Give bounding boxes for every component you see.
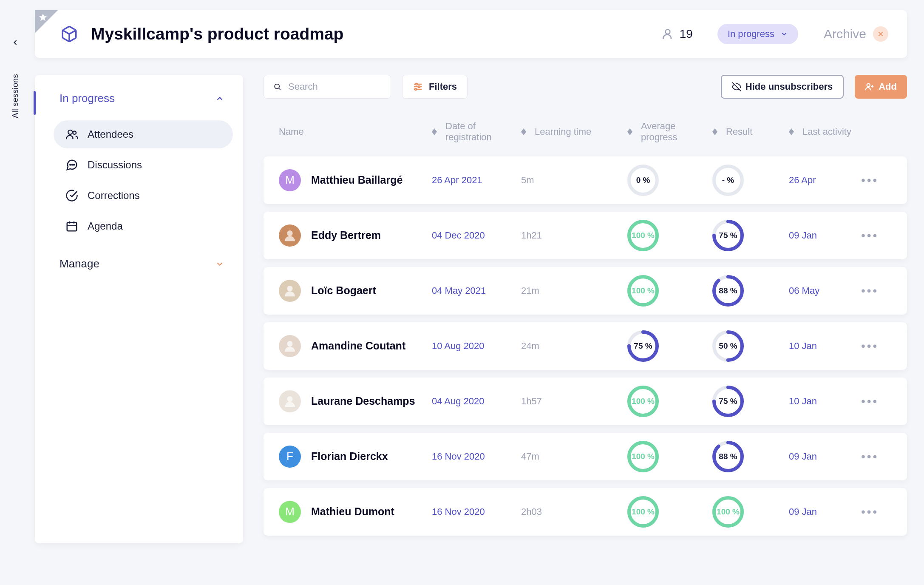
sidebar-item-label: Discussions (88, 159, 142, 171)
row-date: 16 Nov 2020 (432, 451, 521, 462)
chevron-down-icon (780, 30, 788, 38)
progress-ring: 75 % (712, 220, 744, 251)
chevron-left-icon (11, 38, 20, 47)
svg-marker-25 (432, 132, 437, 135)
progress-ring: 75 % (712, 386, 744, 417)
col-result[interactable]: Result (712, 126, 789, 137)
svg-marker-29 (627, 132, 632, 135)
sidebar-item-label: Attendees (88, 128, 133, 140)
sidebar-section-inprogress[interactable]: In progress (45, 87, 233, 110)
status-label: In progress (728, 28, 774, 40)
sort-icon (789, 128, 794, 135)
archive-label: Archive (824, 27, 866, 41)
progress-ring: 88 % (712, 275, 744, 307)
table-row[interactable]: Amandine Coutant 10 Aug 2020 24m 75 % 50… (264, 322, 907, 370)
table-row[interactable]: MMatthieu Baillargé 26 Apr 2021 5m 0 % -… (264, 156, 907, 204)
user-plus-icon (865, 82, 874, 91)
row-date: 16 Nov 2020 (432, 506, 521, 517)
svg-point-53 (287, 396, 292, 402)
svg-line-13 (279, 88, 280, 90)
sidebar-section-manage[interactable]: Manage (45, 252, 233, 275)
row-date: 04 Dec 2020 (432, 230, 521, 241)
row-time: 1h57 (521, 396, 627, 407)
avatar: F (279, 446, 301, 468)
hide-label: Hide unsubscribers (745, 81, 833, 92)
sidebar-item-attendees[interactable]: Attendees (54, 120, 233, 148)
col-time[interactable]: Learning time (521, 126, 627, 137)
progress-ring: 100 % (627, 275, 659, 307)
box-icon (60, 25, 78, 43)
progress-ring: 0 % (627, 165, 659, 196)
row-last: 10 Jan (789, 396, 861, 407)
row-last: 09 Jan (789, 451, 861, 462)
svg-marker-24 (432, 128, 437, 132)
row-menu[interactable]: ••• (861, 173, 887, 187)
svg-marker-28 (627, 128, 632, 132)
sidebar: In progress Attendees Discussions Correc… (35, 75, 243, 543)
svg-point-43 (287, 286, 292, 291)
col-date[interactable]: Date of registration (432, 121, 521, 143)
table-row[interactable]: Loïc Bogaert 04 May 2021 21m 100 % 88 % … (264, 267, 907, 315)
col-last[interactable]: Last activity (789, 126, 861, 137)
search-input[interactable] (288, 81, 381, 92)
avatar (279, 390, 301, 412)
active-indicator (34, 91, 36, 115)
filters-button[interactable]: Filters (402, 75, 468, 99)
svg-point-15 (416, 83, 417, 85)
sidebar-item-label: Agenda (88, 220, 123, 232)
row-menu[interactable]: ••• (861, 284, 887, 298)
row-time: 47m (521, 451, 627, 462)
rail-label[interactable]: All sessions (11, 74, 20, 118)
row-name: Eddy Bertrem (311, 229, 381, 241)
svg-marker-31 (712, 132, 717, 135)
svg-marker-27 (521, 132, 526, 135)
row-menu[interactable]: ••• (861, 395, 887, 408)
row-last: 09 Jan (789, 230, 861, 241)
row-date: 04 Aug 2020 (432, 396, 521, 407)
col-name[interactable]: Name (279, 126, 432, 137)
row-date: 04 May 2021 (432, 285, 521, 296)
close-icon: × (873, 26, 888, 42)
table-row[interactable]: MMathieu Dumont 16 Nov 2020 2h03 100 % 1… (264, 488, 907, 536)
add-label: Add (879, 81, 897, 92)
table-row[interactable]: Eddy Bertrem 04 Dec 2020 1h21 100 % 75 %… (264, 212, 907, 259)
back-button[interactable] (11, 38, 20, 48)
row-menu[interactable]: ••• (861, 339, 887, 353)
filters-label: Filters (429, 81, 457, 92)
sort-icon (432, 128, 437, 135)
table-row[interactable]: Laurane Deschamps 04 Aug 2020 1h57 100 %… (264, 378, 907, 425)
svg-rect-8 (67, 222, 77, 231)
progress-ring: 100 % (712, 496, 744, 528)
svg-point-17 (418, 86, 420, 88)
col-progress[interactable]: Average progress (627, 121, 712, 143)
hide-unsubscribers-button[interactable]: Hide unsubscribers (721, 75, 844, 99)
chevron-up-icon (215, 94, 224, 103)
svg-point-7 (74, 164, 74, 165)
status-dropdown[interactable]: In progress (717, 24, 798, 44)
attendee-count-value: 19 (680, 27, 693, 41)
calendar-icon (65, 220, 78, 233)
svg-point-4 (73, 131, 77, 135)
users-icon (65, 128, 78, 141)
archive-button[interactable]: Archive × (824, 26, 888, 42)
avatar: M (279, 169, 301, 191)
sidebar-item-agenda[interactable]: Agenda (54, 212, 233, 240)
svg-point-19 (415, 88, 417, 90)
row-menu[interactable]: ••• (861, 229, 887, 242)
row-name: Laurane Deschamps (311, 395, 415, 407)
add-button[interactable]: Add (855, 75, 907, 99)
user-icon (661, 27, 675, 41)
search-icon (273, 82, 281, 91)
search-input-wrap[interactable] (264, 75, 391, 99)
row-date: 10 Aug 2020 (432, 341, 521, 352)
svg-marker-33 (789, 132, 794, 135)
sidebar-item-corrections[interactable]: Corrections (54, 182, 233, 210)
sidebar-item-discussions[interactable]: Discussions (54, 151, 233, 179)
table-row[interactable]: FFlorian Dierckx 16 Nov 2020 47m 100 % 8… (264, 433, 907, 480)
favorite-corner[interactable] (35, 10, 58, 33)
table-header: Name Date of registration Learning time … (264, 104, 907, 156)
row-name: Mathieu Dumont (311, 505, 394, 518)
row-menu[interactable]: ••• (861, 450, 887, 463)
row-menu[interactable]: ••• (861, 505, 887, 519)
progress-ring: 100 % (627, 386, 659, 417)
